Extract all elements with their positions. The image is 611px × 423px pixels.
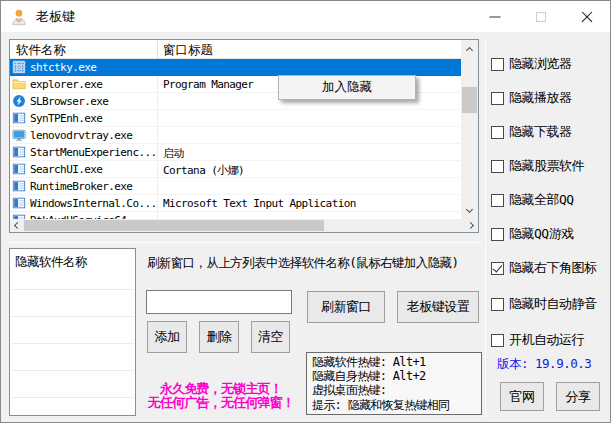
context-menu: 加入隐藏 bbox=[278, 75, 416, 100]
software-name-input[interactable] bbox=[146, 290, 292, 314]
hidden-software-list[interactable]: 隐藏软件名称 bbox=[9, 248, 136, 416]
checkbox-icon[interactable] bbox=[491, 160, 504, 173]
vertical-scrollbar[interactable] bbox=[461, 40, 478, 219]
option-checkbox-0[interactable]: 隐藏右下角图标 bbox=[491, 259, 597, 277]
scroll-left-button[interactable] bbox=[10, 219, 23, 232]
window-icon bbox=[12, 162, 26, 176]
context-menu-item-add-to-hide[interactable]: 加入隐藏 bbox=[279, 76, 415, 99]
horizontal-scroll-thumb[interactable] bbox=[24, 220, 324, 231]
checkbox-icon[interactable] bbox=[491, 58, 504, 71]
minimize-icon bbox=[490, 16, 501, 17]
process-name: WindowsInternal.Co... bbox=[30, 197, 157, 210]
scroll-up-button[interactable] bbox=[461, 40, 478, 57]
monitor-icon bbox=[12, 128, 26, 142]
process-name: lenovodrvtray.exe bbox=[30, 129, 157, 142]
category-checkbox-3[interactable]: 隐藏股票软件 bbox=[491, 157, 584, 175]
table-row[interactable]: WindowsInternal.Co...Microsoft Text Inpu… bbox=[10, 195, 461, 212]
hotkey-info-box: 隐藏软件热键: Alt+1隐藏自身热键: Alt+2虚拟桌面热键:提示: 隐藏和… bbox=[306, 352, 482, 415]
table-row[interactable]: shtctky.exe bbox=[10, 59, 461, 76]
checkbox-label: 隐藏全部QQ bbox=[509, 191, 574, 209]
process-name: SearchUI.exe bbox=[30, 163, 157, 176]
window-icon bbox=[12, 111, 26, 125]
hotkey-line: 隐藏自身热键: Alt+2 bbox=[312, 369, 476, 383]
vertical-separator bbox=[485, 39, 486, 418]
clear-button[interactable]: 清空 bbox=[251, 321, 290, 353]
refresh-window-button[interactable]: 刷新窗口 bbox=[307, 291, 385, 323]
boss-key-window: 老板键 软件名称 窗口标题 shtctky.exeexplorer.exePro… bbox=[0, 0, 611, 423]
category-checkbox-0[interactable]: 隐藏浏览器 bbox=[491, 55, 584, 73]
listview-header: 软件名称 窗口标题 bbox=[10, 40, 461, 59]
title-bar: 老板键 bbox=[1, 1, 610, 32]
category-checkbox-1[interactable]: 隐藏播放器 bbox=[491, 89, 584, 107]
window-title-cell: 启动 bbox=[163, 146, 457, 161]
add-button[interactable]: 添加 bbox=[147, 321, 187, 353]
window-icon bbox=[12, 196, 26, 210]
table-row[interactable]: RuntimeBroker.exe bbox=[10, 178, 461, 195]
category-checkbox-5[interactable]: 隐藏QQ游戏 bbox=[491, 225, 584, 243]
minimize-button[interactable] bbox=[472, 1, 518, 32]
checkbox-icon[interactable] bbox=[491, 228, 504, 241]
process-name: RuntimeBroker.exe bbox=[30, 180, 157, 193]
hotkey-line: 虚拟桌面热键: bbox=[312, 383, 476, 397]
checkbox-label: 隐藏右下角图标 bbox=[509, 259, 597, 277]
horizontal-separator bbox=[5, 242, 483, 243]
window-title-cell: Cortana (小娜) bbox=[163, 163, 457, 178]
chevron-up-icon bbox=[466, 46, 473, 53]
category-checkbox-group: 隐藏浏览器隐藏播放器隐藏下载器隐藏股票软件隐藏全部QQ隐藏QQ游戏 bbox=[491, 55, 584, 259]
checkbox-icon[interactable] bbox=[491, 92, 504, 105]
horizontal-scrollbar[interactable] bbox=[10, 219, 478, 232]
window-title-cell: Microsoft Text Input Application bbox=[163, 197, 457, 210]
option-checkbox-2[interactable]: 开机自动运行 bbox=[491, 331, 597, 349]
category-checkbox-4[interactable]: 隐藏全部QQ bbox=[491, 191, 584, 209]
checkbox-checked-icon[interactable] bbox=[491, 262, 504, 275]
table-row[interactable]: SynTPEnh.exe bbox=[10, 110, 461, 127]
promo-text: 永久免费，无锁主页！ 无任何广告，无任何弹窗！ bbox=[138, 382, 304, 409]
share-button[interactable]: 分享 bbox=[556, 382, 600, 411]
table-row[interactable]: lenovodrvtray.exe bbox=[10, 127, 461, 144]
checkbox-label: 开机自动运行 bbox=[509, 331, 584, 349]
close-button[interactable] bbox=[564, 1, 610, 32]
scroll-down-button[interactable] bbox=[461, 202, 478, 219]
checkbox-icon[interactable] bbox=[491, 298, 504, 311]
column-header-software-name[interactable]: 软件名称 bbox=[16, 42, 66, 59]
website-button[interactable]: 官网 bbox=[500, 382, 544, 411]
delete-button[interactable]: 删除 bbox=[199, 321, 239, 353]
window-icon bbox=[12, 179, 26, 193]
maximize-icon bbox=[536, 12, 546, 22]
process-name: shtctky.exe bbox=[30, 61, 157, 74]
scroll-right-button[interactable] bbox=[465, 219, 478, 232]
window-icon bbox=[12, 145, 26, 159]
browser-icon bbox=[12, 94, 26, 108]
hotkey-line: 提示: 隐藏和恢复热键相同 bbox=[312, 398, 476, 412]
checkbox-label: 隐藏股票软件 bbox=[509, 157, 584, 175]
process-name: SLBrowser.exe bbox=[30, 95, 157, 108]
checkbox-label: 隐藏播放器 bbox=[509, 89, 572, 107]
checkbox-icon[interactable] bbox=[491, 194, 504, 207]
generic-blue-icon bbox=[12, 60, 26, 74]
process-listview[interactable]: 软件名称 窗口标题 shtctky.exeexplorer.exeProgram… bbox=[9, 39, 479, 233]
checkbox-icon[interactable] bbox=[491, 126, 504, 139]
table-row[interactable]: RtkAudUService64... bbox=[10, 212, 461, 219]
table-row[interactable]: SearchUI.exeCortana (小娜) bbox=[10, 161, 461, 178]
option-checkbox-1[interactable]: 隐藏时自动静音 bbox=[491, 295, 597, 313]
table-row[interactable]: StartMenuExperienc...启动 bbox=[10, 144, 461, 161]
vertical-scroll-thumb[interactable] bbox=[462, 87, 477, 113]
folder-icon bbox=[12, 77, 26, 91]
version-label: 版本: 19.9.0.3 bbox=[497, 356, 591, 373]
instruction-text: 刷新窗口，从上方列表中选择软件名称(鼠标右键加入隐藏) bbox=[147, 255, 483, 272]
category-checkbox-2[interactable]: 隐藏下载器 bbox=[491, 123, 584, 141]
chevron-left-icon bbox=[14, 222, 21, 229]
checkbox-icon[interactable] bbox=[491, 334, 504, 347]
hidden-list-gridlines bbox=[11, 263, 134, 414]
promo-line-2: 无任何广告，无任何弹窗！ bbox=[138, 396, 304, 410]
hotkey-line: 隐藏软件热键: Alt+1 bbox=[312, 355, 476, 369]
checkbox-label: 隐藏下载器 bbox=[509, 123, 572, 141]
process-name: StartMenuExperienc... bbox=[30, 146, 157, 159]
column-header-window-title[interactable]: 窗口标题 bbox=[163, 42, 213, 59]
process-name: SynTPEnh.exe bbox=[30, 112, 157, 125]
chevron-down-icon bbox=[466, 206, 473, 213]
boss-key-settings-button[interactable]: 老板键设置 bbox=[397, 291, 479, 323]
chevron-right-icon bbox=[467, 222, 474, 229]
checkbox-label: 隐藏时自动静音 bbox=[509, 295, 597, 313]
promo-line-1: 永久免费，无锁主页！ bbox=[138, 382, 304, 396]
